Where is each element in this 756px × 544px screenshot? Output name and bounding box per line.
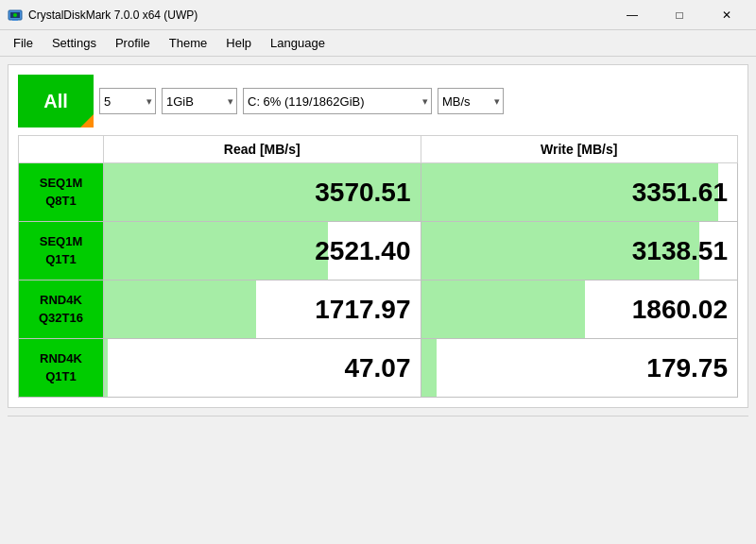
col-header-read: Read [MB/s] [104, 136, 421, 163]
menu-item-help[interactable]: Help [216, 32, 261, 54]
title-bar-controls: — □ ✕ [610, 0, 748, 30]
test-label-2: RND4KQ32T16 [19, 280, 104, 339]
title-bar-left: CrystalDiskMark 7.0.0 x64 (UWP) [8, 8, 198, 23]
read-value-1: 2521.40 [104, 227, 421, 276]
write-value-3: 179.75 [421, 344, 738, 393]
table-row: RND4KQ1T147.07179.75 [19, 339, 738, 398]
write-cell-2: 1860.02 [421, 280, 738, 339]
minimize-button[interactable]: — [610, 0, 654, 30]
test-label-0: SEQ1MQ8T1 [19, 163, 104, 222]
read-cell-0: 3570.51 [104, 163, 421, 222]
read-cell-3: 47.07 [104, 339, 421, 398]
menu-item-settings[interactable]: Settings [43, 32, 106, 54]
all-button[interactable]: All [18, 75, 94, 128]
write-value-0: 3351.61 [421, 168, 738, 217]
close-button[interactable]: ✕ [705, 0, 748, 30]
menu-item-language[interactable]: Language [261, 32, 335, 54]
col-header-label [19, 136, 104, 163]
status-bar [8, 416, 748, 438]
menu-item-file[interactable]: File [4, 32, 43, 54]
unit-select-wrapper: MB/s GB/s IOPS μs [438, 88, 504, 114]
count-select-wrapper: 1 3 5 10 [99, 88, 156, 114]
title-bar: CrystalDiskMark 7.0.0 x64 (UWP) — □ ✕ [0, 0, 756, 30]
read-value-0: 3570.51 [104, 168, 421, 217]
count-select[interactable]: 1 3 5 10 [99, 88, 156, 114]
window-title: CrystalDiskMark 7.0.0 x64 (UWP) [28, 8, 198, 22]
read-cell-2: 1717.97 [104, 280, 421, 339]
col-header-write: Write [MB/s] [421, 136, 738, 163]
table-row: SEQ1MQ8T13570.513351.61 [19, 163, 738, 222]
menu-item-theme[interactable]: Theme [160, 32, 216, 54]
menu-bar: FileSettingsProfileThemeHelpLanguage [0, 30, 756, 57]
read-cell-1: 2521.40 [104, 222, 421, 280]
write-cell-3: 179.75 [421, 339, 738, 398]
svg-rect-2 [12, 20, 18, 21]
test-label-3: RND4KQ1T1 [19, 339, 104, 398]
write-value-2: 1860.02 [421, 285, 738, 334]
write-cell-1: 3138.51 [421, 222, 738, 280]
unit-select[interactable]: MB/s GB/s IOPS μs [438, 88, 504, 114]
table-row: RND4KQ32T161717.971860.02 [19, 280, 738, 339]
size-select[interactable]: 512MiB 1GiB 2GiB 4GiB 8GiB [162, 88, 237, 114]
results-table: Read [MB/s] Write [MB/s] SEQ1MQ8T13570.5… [18, 135, 738, 398]
write-value-1: 3138.51 [421, 227, 738, 276]
svg-point-3 [13, 13, 17, 17]
size-select-wrapper: 512MiB 1GiB 2GiB 4GiB 8GiB [162, 88, 237, 114]
menu-item-profile[interactable]: Profile [106, 32, 160, 54]
main-content: All 1 3 5 10 512MiB 1GiB 2GiB 4GiB 8GiB … [8, 64, 748, 408]
drive-select-wrapper: C: 6% (119/1862GiB) [243, 88, 432, 114]
read-value-2: 1717.97 [104, 285, 421, 334]
drive-select[interactable]: C: 6% (119/1862GiB) [243, 88, 432, 114]
table-row: SEQ1MQ1T12521.403138.51 [19, 222, 738, 280]
app-icon [8, 8, 23, 23]
read-value-3: 47.07 [104, 344, 421, 393]
test-label-1: SEQ1MQ1T1 [19, 222, 104, 280]
maximize-button[interactable]: □ [658, 0, 701, 30]
write-cell-0: 3351.61 [421, 163, 738, 222]
toolbar-row: All 1 3 5 10 512MiB 1GiB 2GiB 4GiB 8GiB … [18, 75, 738, 128]
